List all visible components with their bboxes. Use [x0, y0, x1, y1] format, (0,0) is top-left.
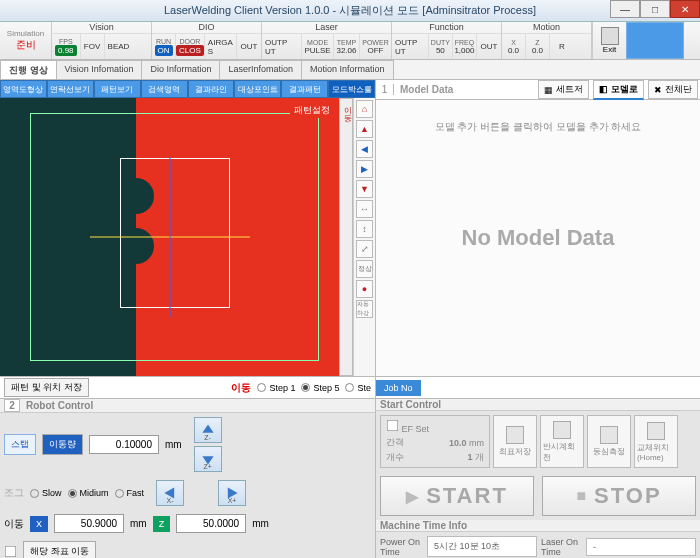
tab-laser[interactable]: LaserInfomation: [219, 60, 302, 79]
count-label: 개수: [386, 451, 404, 464]
pot-value: 5시간 10분 10초: [427, 536, 537, 557]
move-amount-button[interactable]: 이동량: [42, 434, 83, 455]
side-right-icon[interactable]: ▶: [356, 160, 373, 178]
bead-cell[interactable]: BEAD: [108, 42, 130, 51]
pattern-setting-label[interactable]: 패턴설정: [290, 103, 334, 118]
radio-step1[interactable]: Step 1: [257, 383, 295, 393]
window-maximize[interactable]: □: [640, 0, 670, 18]
x-minus-button[interactable]: X-: [156, 480, 184, 506]
z-minus-button[interactable]: Z-: [194, 417, 222, 443]
radio-mid[interactable]: Midium: [68, 488, 109, 498]
x-plus-button[interactable]: X+: [218, 480, 246, 506]
mm-label-2: mm: [130, 518, 147, 529]
z-plus-button[interactable]: Z+: [194, 446, 222, 472]
chip-7[interactable]: 모드박스룰: [328, 80, 375, 98]
run-label: RUN: [156, 38, 171, 45]
move-amount-value[interactable]: 0.10000: [89, 435, 159, 454]
stop-icon: ■: [576, 487, 588, 505]
zog-label: 조그: [4, 486, 24, 500]
model-button[interactable]: ◧모델로: [593, 80, 644, 100]
save-pattern-button[interactable]: 패턴 및 위치 저장: [4, 378, 89, 397]
floppy-icon: ▦: [544, 85, 553, 95]
mm-label: mm: [165, 439, 182, 450]
inner-roi-box[interactable]: [120, 158, 230, 308]
tab-vision[interactable]: Vision Infomation: [56, 60, 143, 79]
side-home-icon[interactable]: ⌂: [356, 100, 373, 118]
count-value: 1: [467, 452, 472, 462]
exit-icon: [601, 27, 619, 45]
fps-label: FPS: [59, 38, 73, 45]
side-targetleft-icon[interactable]: ↔: [356, 200, 373, 218]
chip-4[interactable]: 결과라인: [188, 80, 235, 98]
home-pos-button[interactable]: 교체위치(Home): [634, 415, 678, 468]
radio-fast[interactable]: Fast: [115, 488, 145, 498]
side-targetright-icon[interactable]: ↕: [356, 220, 373, 238]
goto-checkbox[interactable]: [5, 546, 17, 558]
power-label: POWER: [362, 39, 388, 46]
func-outp[interactable]: OUTP UT: [395, 38, 425, 56]
radio-ste[interactable]: Ste: [345, 383, 371, 393]
brand-box: [626, 22, 684, 59]
duty-value: 50: [436, 46, 445, 55]
laser-outp[interactable]: OUTP UT: [265, 38, 298, 56]
func-out[interactable]: OUT: [481, 42, 498, 51]
axis-x-value[interactable]: 50.9000: [54, 514, 124, 533]
window-titlebar: LaserWelding Client Version 1.0.0 - 시뮬레이…: [0, 0, 700, 22]
chip-3[interactable]: 검색영역: [141, 80, 188, 98]
tab-dio[interactable]: Dio Information: [141, 60, 220, 79]
chip-2[interactable]: 패턴보기: [94, 80, 141, 98]
window-minimize[interactable]: —: [610, 0, 640, 18]
mode-value: PULSE: [304, 46, 330, 55]
side-label1[interactable]: 정상: [356, 260, 373, 278]
side-fit-icon[interactable]: ⤢: [356, 240, 373, 258]
cat-dio-head: DIO: [152, 22, 261, 34]
delete-icon: ✖: [654, 85, 662, 95]
power-value: OFF: [367, 46, 383, 55]
simulation-status: 준비: [16, 38, 36, 52]
temp-label: TEMP: [337, 39, 356, 46]
concentric-button[interactable]: 동심측정: [587, 415, 631, 468]
all-delete-button[interactable]: ✖전체단: [648, 80, 698, 99]
axis-z-value[interactable]: 50.0000: [176, 514, 246, 533]
crosshair-icon: [600, 426, 618, 444]
ccw-rotate-button[interactable]: 반시계회전: [540, 415, 584, 468]
tab-motion[interactable]: Motion Information: [301, 60, 394, 79]
video-side-buttons: ⌂ ▲ ◀ ▶ ▼ ↔ ↕ ⤢ 정상 ● 자동하강: [353, 98, 375, 376]
set-button[interactable]: ▦세트저: [538, 80, 589, 99]
radio-step5[interactable]: Step 5: [301, 383, 339, 393]
chip-1[interactable]: 연락선보기: [47, 80, 94, 98]
job-no-button[interactable]: Job No: [376, 380, 421, 396]
goto-coord-button[interactable]: 해당 좌표 이동: [23, 541, 96, 558]
top-strip: Simulation 준비 Vision FPS0.98 FOV BEAD DI…: [0, 22, 700, 60]
pot-label: Power On Time: [380, 537, 423, 557]
save-coord-button[interactable]: 최표저장: [493, 415, 537, 468]
exit-label: Exit: [603, 45, 616, 54]
step-button[interactable]: 스탭: [4, 434, 36, 455]
move-lbl: 이동: [4, 517, 24, 531]
cat-function-head: Function: [392, 22, 501, 34]
move-column: 이동: [339, 98, 353, 376]
radio-slow[interactable]: Slow: [30, 488, 62, 498]
side-left-icon[interactable]: ◀: [356, 140, 373, 158]
side-down-icon[interactable]: ▼: [356, 180, 373, 198]
stop-button[interactable]: ■STOP: [542, 476, 696, 516]
fov-cell[interactable]: FOV: [84, 42, 100, 51]
door-value: CLOS: [176, 45, 204, 56]
airgas-cell[interactable]: AIRGA S: [208, 38, 233, 56]
freq-label: FREQ: [455, 39, 474, 46]
side-up-icon[interactable]: ▲: [356, 120, 373, 138]
model-hint: 모델 추가 버튼을 클릭하여 모델을 추가 하세요: [376, 120, 700, 134]
chip-5[interactable]: 대상포인트: [234, 80, 281, 98]
chip-6[interactable]: 결과패턴: [281, 80, 328, 98]
side-dot-icon[interactable]: ●: [356, 280, 373, 298]
tab-livevideo[interactable]: 진행 영상: [0, 60, 57, 79]
motion-r[interactable]: R: [559, 42, 565, 51]
start-button[interactable]: ▶START: [380, 476, 534, 516]
dio-out-cell[interactable]: OUT: [241, 42, 258, 51]
exit-button[interactable]: Exit: [592, 22, 626, 59]
video-preview[interactable]: 패턴설정: [0, 98, 339, 376]
chip-0[interactable]: 영역도형상: [0, 80, 47, 98]
window-close[interactable]: ✕: [670, 0, 700, 18]
side-label2[interactable]: 자동하강: [356, 300, 373, 318]
efset-checkbox[interactable]: [387, 420, 399, 432]
